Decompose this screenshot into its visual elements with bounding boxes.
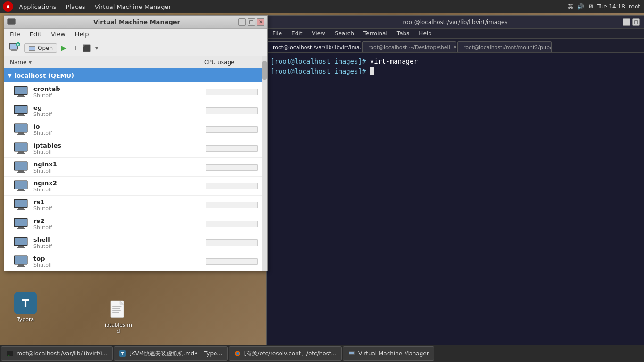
monitor-svg-nginx2 bbox=[14, 180, 29, 192]
svg-rect-50 bbox=[18, 264, 24, 266]
vm-icon-rs2 bbox=[14, 218, 29, 230]
menu-places[interactable]: Places bbox=[62, 3, 89, 10]
vmm-menu-help[interactable]: Help bbox=[71, 30, 93, 39]
cmd-1: virt-manager bbox=[370, 58, 418, 65]
vm-row-rs2[interactable]: rs2 Shutoff bbox=[4, 214, 267, 233]
vmm-menubar: File Edit View Help bbox=[4, 29, 267, 40]
vmm-menu-view[interactable]: View bbox=[47, 30, 69, 39]
col-name[interactable]: Name ▼ bbox=[4, 59, 200, 66]
svg-rect-58 bbox=[112, 310, 121, 311]
cpu-bar-outer-shell bbox=[206, 239, 258, 246]
vmm-host-row[interactable]: ▼ localhost (QEMU) bbox=[4, 68, 267, 82]
vmm-column-header: Name ▼ CPU usage bbox=[4, 56, 267, 68]
sort-arrow: ▼ bbox=[28, 60, 32, 65]
terminal-body[interactable]: [root@localhost images]# virt-manager [r… bbox=[267, 53, 644, 345]
network-icon[interactable]: 🖥 bbox=[588, 3, 594, 10]
menu-vm-manager[interactable]: Virtual Machine Manager bbox=[91, 3, 175, 10]
lang-indicator: 英 bbox=[568, 3, 573, 11]
vm-name-rs2: rs2 bbox=[33, 217, 206, 224]
volume-icon[interactable]: 🔊 bbox=[577, 3, 584, 10]
vm-row-shell[interactable]: shell Shutoff bbox=[4, 233, 267, 252]
taskbar-item-terminal[interactable]: _ root@localhost:/var/lib/libvirt/i... bbox=[1, 346, 113, 361]
cpu-bar-outer-nginx2 bbox=[206, 183, 258, 189]
actions-dropdown[interactable]: ▾ bbox=[93, 44, 100, 52]
vm-cpu-nginx1 bbox=[206, 161, 267, 174]
open-button[interactable]: Open bbox=[24, 43, 57, 53]
vmm-menu-edit[interactable]: Edit bbox=[26, 30, 45, 39]
vm-icon-top bbox=[14, 255, 29, 268]
term-menu-file[interactable]: File bbox=[269, 29, 286, 38]
open-icon bbox=[28, 45, 36, 51]
typora-icon[interactable]: T Typora bbox=[8, 290, 42, 324]
monitor-svg-rs1 bbox=[14, 199, 29, 211]
svg-rect-57 bbox=[112, 308, 120, 309]
term-minimize[interactable]: _ bbox=[623, 18, 630, 26]
monitor-svg-eg bbox=[14, 105, 29, 117]
vm-name-crontab: crontab bbox=[33, 85, 206, 92]
terminal-tab-2[interactable]: root@localhost:/mnt/mount2/pub/... ✕ bbox=[457, 41, 552, 52]
open-label: Open bbox=[38, 45, 53, 51]
vm-row-iptables[interactable]: iptables Shutoff bbox=[4, 139, 267, 158]
svg-rect-21 bbox=[15, 124, 27, 132]
term-menu-terminal[interactable]: Terminal bbox=[360, 29, 391, 38]
iptables-md-icon[interactable]: iptables.md bbox=[101, 297, 135, 336]
cpu-bar-outer-crontab bbox=[206, 89, 258, 95]
term-maximize[interactable]: □ bbox=[632, 18, 640, 26]
close-button[interactable]: ✕ bbox=[257, 18, 264, 26]
terminal-line-2: [root@localhost images]# bbox=[271, 66, 640, 76]
col-cpu[interactable]: CPU usage bbox=[200, 59, 262, 66]
vm-name-nginx2: nginx2 bbox=[33, 180, 206, 187]
term-menu-tabs[interactable]: Tabs bbox=[393, 29, 413, 38]
svg-rect-17 bbox=[15, 106, 27, 113]
svg-rect-25 bbox=[15, 143, 27, 151]
svg-point-65 bbox=[236, 352, 239, 355]
term-menu-search[interactable]: Search bbox=[331, 29, 358, 38]
prompt-2: [root@localhost images]# bbox=[271, 67, 366, 75]
vm-cpu-eg bbox=[206, 104, 267, 117]
taskbar-item-firefox[interactable]: [有关/etc/resolv.conf、/etc/host... bbox=[229, 346, 342, 361]
monitor-svg-iptables bbox=[14, 142, 29, 155]
distro-icon[interactable]: A bbox=[3, 1, 13, 12]
term-menu-help[interactable]: Help bbox=[415, 29, 435, 38]
vm-icon-rs1 bbox=[14, 199, 29, 211]
vm-row-io[interactable]: io Shutoff bbox=[4, 120, 267, 139]
vm-row-crontab[interactable]: crontab Shutoff bbox=[4, 82, 267, 101]
svg-rect-29 bbox=[15, 162, 27, 170]
taskbar-item-vmm[interactable]: Virtual Machine Manager bbox=[343, 346, 434, 361]
vmm-scrollbar[interactable] bbox=[262, 56, 267, 271]
vm-row-nginx1[interactable]: nginx1 Shutoff bbox=[4, 158, 267, 177]
terminal-menubar: File Edit View Search Terminal Tabs Help bbox=[267, 29, 644, 39]
terminal-title: root@localhost:/var/lib/libvirt/images bbox=[289, 19, 621, 25]
new-vm-button[interactable]: + bbox=[7, 41, 22, 54]
vm-status-nginx1: Shutoff bbox=[33, 168, 206, 174]
vm-status-io: Shutoff bbox=[33, 130, 206, 136]
monitor-svg-io bbox=[14, 123, 29, 136]
scroll-thumb[interactable] bbox=[262, 61, 267, 80]
vm-row-rs1[interactable]: rs1 Shutoff bbox=[4, 196, 267, 214]
terminal-tab-1[interactable]: root@localhost:~/Desktop/shell ✕ bbox=[362, 41, 456, 52]
vm-row-nginx2[interactable]: nginx2 Shutoff bbox=[4, 177, 267, 196]
taskbar-item-typora[interactable]: T [KVM快速安装虚拟机.md• – Typo... bbox=[114, 346, 228, 361]
typora-taskbar-icon: T bbox=[119, 350, 126, 357]
term-menu-view[interactable]: View bbox=[308, 29, 329, 38]
vm-row-eg[interactable]: eg Shutoff bbox=[4, 101, 267, 120]
vm-row-top[interactable]: top Shutoff bbox=[4, 252, 267, 271]
run-button[interactable]: ▶ bbox=[59, 43, 68, 53]
terminal-tab-0[interactable]: root@localhost:/var/lib/libvirt/ima... ✕ bbox=[267, 41, 361, 52]
term-menu-edit[interactable]: Edit bbox=[288, 29, 306, 38]
stop-button[interactable]: ⬛ bbox=[82, 43, 91, 53]
tab-close-1[interactable]: ✕ bbox=[453, 44, 456, 50]
vmm-list: Name ▼ CPU usage ▼ localhost (QEMU) cron… bbox=[4, 56, 267, 271]
svg-rect-46 bbox=[18, 246, 24, 247]
taskbar-top: A Applications Places Virtual Machine Ma… bbox=[0, 0, 644, 13]
minimize-button[interactable]: _ bbox=[238, 18, 246, 26]
vmm-menu-file[interactable]: File bbox=[6, 30, 24, 39]
pause-button[interactable]: ⏸ bbox=[70, 43, 80, 53]
svg-rect-26 bbox=[18, 151, 24, 153]
vm-status-nginx2: Shutoff bbox=[33, 187, 206, 193]
cpu-bar-outer-top bbox=[206, 258, 258, 265]
vm-status-eg: Shutoff bbox=[33, 111, 206, 117]
maximize-button[interactable]: □ bbox=[248, 18, 255, 26]
menu-applications[interactable]: Applications bbox=[15, 3, 60, 10]
vm-name-nginx1: nginx1 bbox=[33, 161, 206, 168]
